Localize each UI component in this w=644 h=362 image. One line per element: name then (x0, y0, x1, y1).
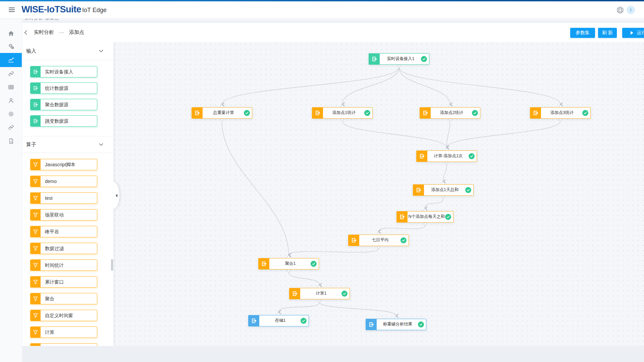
palette-item-operator[interactable]: 峰平谷 (30, 226, 97, 237)
palette-item-input[interactable]: 实时设备接入 (30, 66, 97, 77)
breadcrumb-root[interactable]: 实时分析 (34, 29, 54, 36)
gear-icon (8, 111, 14, 117)
palette-item-operator[interactable]: 场景联动 (30, 209, 97, 221)
funnel-icon (31, 159, 41, 170)
language-globe-icon[interactable] (616, 6, 624, 14)
palette-item-operator[interactable]: 聚合 (30, 293, 97, 304)
funnel-icon (31, 310, 41, 321)
scrolled-content-remnant: 实时分析 添加点 (0, 18, 644, 23)
sidebar-item-data-table[interactable] (0, 80, 22, 94)
palette-item-label: 跳变数据源 (45, 116, 68, 126)
node-input-icon (192, 108, 203, 118)
palette-item-operator[interactable]: 计算 (30, 326, 97, 338)
parameter-set-button[interactable]: 参数集 (570, 28, 595, 38)
flow-node[interactable]: 存储1 (248, 315, 309, 326)
flow-node[interactable]: 计算1 (289, 288, 350, 299)
flow-node[interactable]: 总重量计算 (192, 107, 252, 119)
palette-item-operator[interactable]: Javascript脚本 (30, 159, 97, 170)
funnel-icon (31, 277, 41, 287)
section-input: 输入 实时设备接入 统计数据源 (22, 42, 113, 136)
home-icon (8, 30, 14, 37)
chevron-left-icon (115, 194, 118, 197)
node-input-icon (289, 288, 300, 299)
panel-scrollbar-thumb[interactable] (111, 259, 113, 271)
flow-node[interactable]: N个添加点每天之和 (396, 211, 453, 223)
funnel-icon (31, 293, 41, 304)
funnel-icon (31, 226, 41, 237)
chevron-down-icon (99, 50, 103, 53)
operator-item-list: Javascript脚本 demo test (22, 153, 113, 346)
node-input-icon (259, 258, 269, 269)
menu-icon[interactable] (8, 6, 15, 13)
flow-node[interactable]: 称重罐分析结果 (366, 319, 426, 330)
toolbar: 实时分析 --- 添加点 参数集 刷 新 运行 (22, 23, 644, 42)
sidebar-item-users[interactable] (0, 94, 22, 107)
palette-item-operator[interactable]: demo (30, 176, 97, 187)
component-panel: 输入 实时设备接入 统计数据源 (22, 42, 113, 346)
palette-item-label: 峰平谷 (45, 226, 59, 237)
palette-item-label: 聚合 (45, 293, 54, 304)
flow-node[interactable]: 添加点3统计 (530, 107, 591, 119)
node-input-icon (413, 185, 424, 195)
node-valid-check-icon (400, 237, 407, 243)
sidebar-item-home[interactable] (0, 27, 22, 40)
flow-node[interactable]: 添加点2统计 (420, 107, 480, 119)
funnel-icon (31, 209, 41, 220)
sidebar-item-settings[interactable] (0, 107, 22, 121)
funnel-icon (31, 193, 41, 203)
table-icon (8, 84, 14, 90)
input-source-icon (31, 83, 41, 94)
palette-item-input[interactable]: 跳变数据源 (30, 115, 97, 127)
palette-item-label: demo (45, 176, 57, 187)
sidebar-item-realtime-analysis[interactable] (0, 53, 22, 67)
back-arrow-icon[interactable] (23, 29, 29, 36)
palette-item-label: Javascript脚本 (45, 159, 75, 170)
palette-item-operator[interactable]: 累计窗口 (30, 276, 97, 288)
section-operators-header[interactable]: 算子 (22, 136, 113, 153)
flow-node[interactable]: 七日平均 (348, 235, 409, 246)
palette-item-operator[interactable]: 自定义时间窗 (30, 310, 97, 321)
palette-item-operator[interactable] (30, 343, 97, 346)
input-item-list: 实时设备接入 统计数据源 聚合数据源 (22, 60, 113, 136)
palette-item-operator[interactable]: 数据过滤 (30, 243, 97, 254)
node-valid-check-icon (301, 318, 307, 324)
node-input-icon (369, 54, 380, 64)
sidebar-item-device-management[interactable] (0, 40, 22, 53)
palette-item-label: 累计窗口 (45, 277, 64, 287)
funnel-icon (31, 344, 41, 346)
node-valid-check-icon (341, 291, 347, 297)
palette-item-operator[interactable]: 时间统计 (30, 259, 97, 271)
node-valid-check-icon (582, 110, 588, 116)
breadcrumb-current: 添加点 (69, 29, 84, 36)
user-avatar[interactable]: I (627, 6, 635, 14)
link-icon (8, 124, 14, 131)
palette-item-operator[interactable]: test (30, 192, 97, 204)
section-input-header[interactable]: 输入 (22, 42, 113, 60)
flow-node[interactable]: 添加点1统计 (312, 107, 373, 119)
flow-node[interactable]: 实时设备接入1 (369, 53, 429, 65)
nav-sidebar: W (0, 18, 22, 362)
palette-item-input[interactable]: 聚合数据源 (30, 99, 97, 110)
run-button[interactable]: 运行 (622, 28, 644, 38)
input-source-icon (31, 99, 41, 110)
palette-item-label: 统计数据源 (45, 83, 68, 94)
sidebar-item-connections[interactable] (0, 67, 22, 80)
link-icon (8, 70, 14, 77)
funnel-icon (31, 327, 41, 338)
sidebar-item-external-links[interactable] (0, 121, 22, 134)
svg-text:W: W (10, 140, 13, 143)
sidebar-item-documents[interactable]: W (0, 134, 22, 148)
user-icon (8, 97, 14, 104)
palette-item-label: test (45, 193, 53, 203)
node-input-icon (417, 151, 427, 162)
chevron-down-icon (99, 143, 103, 146)
flow-node[interactable]: 聚合1 (258, 258, 319, 269)
palette-item-input[interactable]: 统计数据源 (30, 82, 97, 94)
refresh-button[interactable]: 刷 新 (598, 28, 617, 38)
flow-node[interactable]: 添加点1天总和 (413, 184, 474, 196)
node-valid-check-icon (465, 187, 471, 193)
node-valid-check-icon (311, 261, 317, 267)
flow-node[interactable]: 计算-添加点1次 (416, 150, 477, 162)
palette-item-label: 自定义时间窗 (45, 310, 73, 321)
node-input-icon (312, 108, 323, 118)
